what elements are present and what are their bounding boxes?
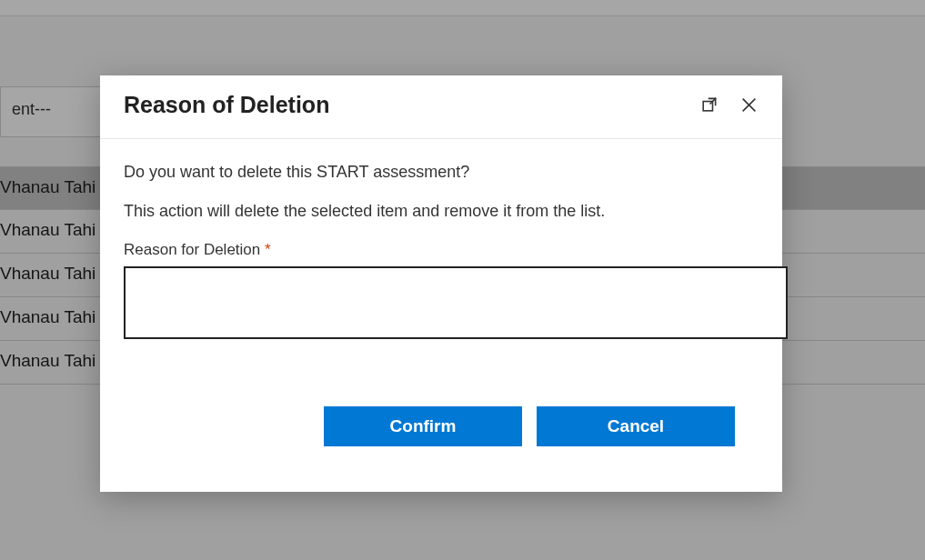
- close-icon[interactable]: [739, 95, 759, 115]
- modal-header-actions: [699, 95, 759, 115]
- modal-header: Reason of Deletion: [100, 75, 782, 139]
- modal-body: Do you want to delete this START assessm…: [100, 139, 782, 492]
- modal-title: Reason of Deletion: [124, 92, 699, 118]
- modal-prompt: Do you want to delete this START assessm…: [124, 163, 759, 182]
- confirm-button[interactable]: Confirm: [324, 406, 522, 446]
- popout-icon[interactable]: [699, 95, 719, 115]
- reason-field-label: Reason for Deletion *: [124, 241, 759, 259]
- modal-description: This action will delete the selected ite…: [124, 202, 759, 221]
- delete-reason-modal: Reason of Deletion Do you want to delete…: [100, 75, 782, 492]
- reason-textarea[interactable]: [124, 266, 788, 339]
- required-marker: *: [265, 241, 271, 258]
- reason-label-text: Reason for Deletion: [124, 241, 260, 258]
- modal-footer: Confirm Cancel: [124, 406, 759, 466]
- cancel-button[interactable]: Cancel: [537, 406, 735, 446]
